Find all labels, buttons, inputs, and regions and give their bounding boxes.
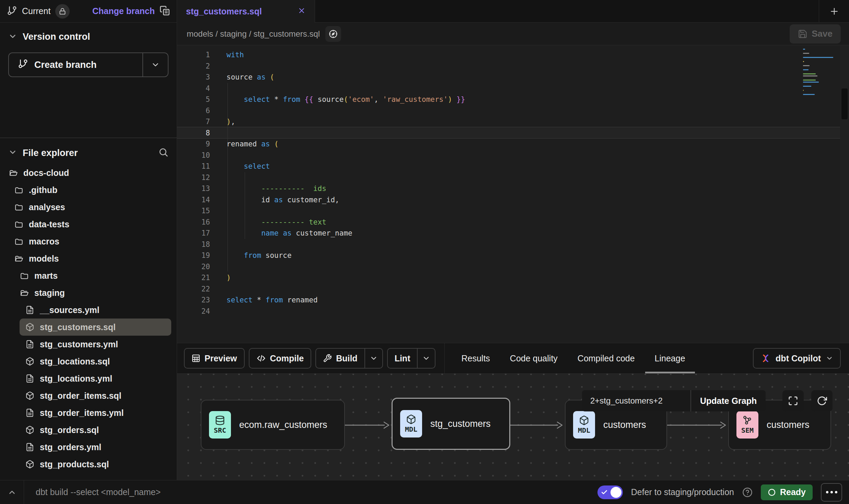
tree-item-stg_locations.yml[interactable]: stg_locations.yml [0,370,177,387]
folder-icon [20,271,29,280]
tab-title: stg_customers.sql [186,7,291,16]
dbt-cloud-ide: Current Change branch Version control [0,0,849,504]
folder-icon [14,237,23,246]
file-icon [25,408,34,417]
code-icon [256,353,266,363]
code-line-18: 18 [177,239,849,250]
code-line-23: 23select * from renamed [177,295,849,306]
tree-item-stg_order_items.yml[interactable]: stg_order_items.yml [0,404,177,421]
tree-item-stg_order_items.sql[interactable]: stg_order_items.sql [0,387,177,404]
breadcrumb-bar: models / staging / stg_customers.sql Sav… [177,23,849,45]
refresh-button[interactable] [811,390,833,411]
tree-item-stg_products.sql[interactable]: stg_products.sql [0,456,177,473]
branch-bar: Current Change branch [0,0,177,23]
code-line-5: 5 select * from {{ source('ecom', 'raw_c… [177,94,849,105]
tree-item-docs-cloud[interactable]: docs-cloud [0,164,177,181]
code-line-7: 7), [177,116,849,128]
table-icon [191,354,200,363]
lineage-panel[interactable]: SRCecom.raw_customersMDLstg_customersMDL… [177,374,849,480]
tree-item-stg_locations.sql[interactable]: stg_locations.sql [0,353,177,370]
lineage-node-ecom.raw_customers[interactable]: SRCecom.raw_customers [201,400,345,450]
create-branch-dropdown[interactable] [143,53,168,76]
update-graph-button[interactable]: Update Graph [691,390,766,411]
panel-tab-results[interactable]: Results [461,343,490,373]
search-icon[interactable] [158,147,168,159]
tree-item-models[interactable]: models [0,250,177,267]
editor-scrollbar[interactable] [840,45,849,343]
fullscreen-button[interactable] [782,390,804,411]
file-icon [25,340,34,349]
code-line-1: 1with [177,49,849,61]
preview-button[interactable]: Preview [184,348,245,369]
version-control-header[interactable]: Version control [8,32,168,42]
tree-item-marts[interactable]: marts [0,267,177,284]
branch-lock-icon [55,4,70,19]
check-icon [601,489,608,496]
main-row: Current Change branch Version control [0,0,849,480]
tree-item-stg_customers.yml[interactable]: stg_customers.yml [0,336,177,353]
file-icon [25,443,34,452]
build-button[interactable]: Build [315,348,383,369]
tree-item-.github[interactable]: .github [0,181,177,199]
docs-compass-button[interactable] [325,26,341,42]
panel-tab-lineage[interactable]: Lineage [655,343,685,373]
code-line-8: 8 [177,128,849,139]
command-input[interactable]: dbt build --select <model_name> [36,487,597,497]
toolbar-divider [444,343,445,374]
folder-icon [14,203,23,212]
tree-item-stg_orders.yml[interactable]: stg_orders.yml [0,439,177,456]
file-explorer-header[interactable]: File explorer [0,138,177,164]
tree-item-analyses[interactable]: analyses [0,199,177,216]
lint-dropdown[interactable] [418,354,435,362]
lint-label: Lint [395,353,410,363]
current-branch-label: Current [22,6,50,16]
wrench-icon [323,354,332,363]
tree-item-stg_orders.sql[interactable]: stg_orders.sql [0,421,177,439]
panel-tab-code-quality[interactable]: Code quality [510,343,558,373]
close-icon[interactable] [298,7,306,16]
cube-icon: MDL [400,410,422,437]
panel-tab-compiled-code[interactable]: Compiled code [578,343,635,373]
code-line-9: 9renamed as ( [177,139,849,150]
lint-button[interactable]: Lint [387,348,436,369]
lineage-node-stg_customers[interactable]: MDLstg_customers [392,398,510,450]
sidebar: Current Change branch Version control [0,0,177,480]
tree-item-stg_customers.sql[interactable]: stg_customers.sql [20,319,171,336]
tab-stg-customers[interactable]: stg_customers.sql [177,0,315,23]
code-line-4: 4 [177,83,849,94]
code-editor[interactable]: 1with23source as (45 select * from {{ so… [177,45,849,343]
compile-button[interactable]: Compile [249,348,312,369]
editor-column: stg_customers.sql models / staging / stg… [177,0,849,480]
folder-open-icon [14,254,23,263]
help-icon[interactable] [742,487,753,497]
more-options-button[interactable] [821,483,842,502]
save-button[interactable]: Save [790,24,841,44]
model-icon [25,425,34,434]
git-branch-icon [18,59,28,71]
tree-item-data-tests[interactable]: data-tests [0,216,177,233]
status-ready-badge[interactable]: Ready [761,484,813,500]
create-branch-button[interactable]: Create branch [8,52,168,77]
copy-icon[interactable] [160,5,170,17]
compile-label: Compile [270,353,304,363]
dbt-copilot-button[interactable]: dbt Copilot [753,348,841,369]
folder-open-icon [20,288,29,297]
tree-item-macros[interactable]: macros [0,233,177,250]
code-line-16: 16 ---------- text [177,217,849,228]
code-line-13: 13 ---------- ids [177,183,849,194]
code-line-11: 11 select [177,161,849,172]
new-tab-button[interactable] [819,0,849,22]
build-dropdown[interactable] [365,354,382,362]
command-bar-expand-button[interactable] [0,480,24,504]
file-tree: docs-cloud.githubanalysesdata-testsmacro… [0,164,177,480]
minimap[interactable] [803,49,837,98]
defer-toggle[interactable] [597,485,623,499]
tree-item-__sources.yml[interactable]: __sources.yml [0,301,177,319]
lineage-selector-input[interactable]: 2+stg_customers+2 [582,390,690,411]
change-branch-link[interactable]: Change branch [92,6,155,16]
version-control-title: Version control [23,32,90,42]
refresh-icon [817,396,827,406]
code-line-15: 15 [177,205,849,217]
model-icon [25,357,34,366]
tree-item-staging[interactable]: staging [0,284,177,301]
